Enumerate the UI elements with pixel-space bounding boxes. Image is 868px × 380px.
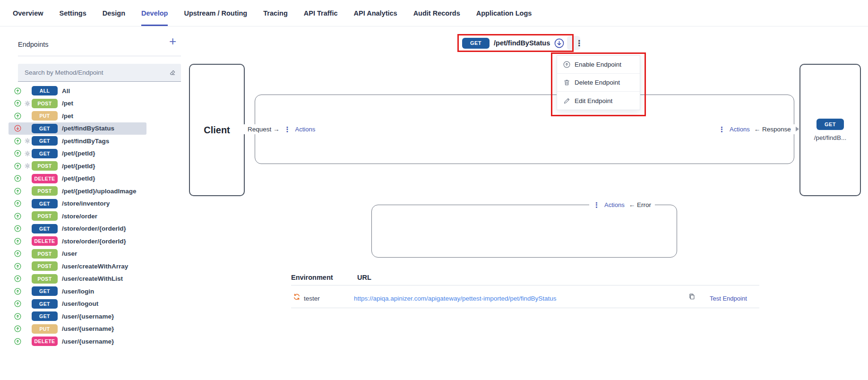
endpoint-row[interactable]: POST/user/createWithList	[9, 273, 146, 285]
test-endpoint-link[interactable]: Test Endpoint	[710, 295, 747, 302]
endpoint-row[interactable]: DELETE/pet/{petId}	[9, 173, 146, 185]
endpoint-path: /user/createWithList	[62, 275, 123, 282]
tab-develop[interactable]: Develop	[141, 0, 168, 26]
endpoint-enabled-icon[interactable]	[14, 200, 21, 207]
endpoint-enabled-icon[interactable]	[14, 300, 21, 307]
gear-icon[interactable]	[24, 138, 31, 144]
endpoint-disabled-icon[interactable]	[14, 125, 21, 132]
endpoint-enabled-icon[interactable]	[14, 112, 21, 120]
endpoint-search	[18, 64, 181, 82]
endpoint-row[interactable]: ALLAll	[9, 85, 146, 97]
error-actions-link[interactable]: Actions	[604, 201, 625, 208]
endpoint-search-input[interactable]	[18, 69, 169, 76]
endpoint-menu-kebab-icon[interactable]: ⋮	[575, 39, 583, 47]
endpoint-row[interactable]: POST/pet	[9, 97, 146, 110]
menu-item-edit-endpoint[interactable]: Edit Endpoint	[557, 92, 640, 110]
url-column-header: URL	[357, 274, 371, 281]
endpoint-url-link[interactable]: https://apiqa.apinizer.com/apigateway/pe…	[354, 295, 557, 302]
endpoint-enabled-icon[interactable]	[14, 87, 21, 95]
endpoint-path: /pet	[62, 100, 73, 107]
method-badge: POST	[32, 211, 58, 221]
endpoint-row[interactable]: POST/store/order	[9, 210, 146, 223]
add-endpoint-button[interactable]: +	[169, 35, 176, 47]
endpoint-row[interactable]: GET/user/{username}	[9, 310, 146, 323]
endpoint-path: /pet/findByTags	[62, 138, 109, 145]
error-pipeline-box	[371, 205, 677, 258]
endpoint-row[interactable]: GET/store/inventory	[9, 198, 146, 210]
error-actions-kebab-icon[interactable]: ⋮	[593, 201, 600, 208]
endpoint-enabled-icon[interactable]	[14, 238, 21, 245]
backend-node: GET /pet/findB...	[799, 64, 861, 196]
endpoint-row[interactable]: POST/pet/{petId}	[9, 160, 146, 173]
endpoint-enabled-icon[interactable]	[14, 150, 21, 157]
gear-icon[interactable]	[24, 163, 31, 169]
endpoint-row[interactable]: GET/store/order/{orderId}	[9, 223, 146, 235]
tab-audit-records[interactable]: Audit Records	[413, 0, 460, 26]
endpoint-enabled-icon[interactable]	[14, 288, 21, 295]
endpoint-path: /user/login	[62, 288, 94, 295]
gear-icon[interactable]	[24, 100, 31, 107]
endpoint-path: /pet/{petId}	[62, 175, 95, 182]
endpoint-enabled-icon[interactable]	[14, 313, 21, 320]
endpoint-enabled-icon[interactable]	[14, 163, 21, 170]
response-actions-link[interactable]: Actions	[730, 126, 750, 133]
endpoint-row[interactable]: GET/pet/{petId}	[9, 147, 146, 160]
method-badge: GET	[32, 286, 58, 296]
tab-application-logs[interactable]: Application Logs	[476, 0, 532, 26]
tab-upstream-routing[interactable]: Upstream / Routing	[184, 0, 247, 26]
tab-settings[interactable]: Settings	[60, 0, 86, 26]
endpoint-enabled-icon[interactable]	[14, 338, 21, 345]
tab-tracing[interactable]: Tracing	[263, 0, 288, 26]
gear-icon[interactable]	[24, 150, 31, 157]
copy-url-icon[interactable]	[688, 293, 696, 300]
endpoint-state-icons	[9, 225, 29, 232]
endpoint-row[interactable]: POST/user/createWithArray	[9, 260, 146, 273]
endpoint-enabled-icon[interactable]	[14, 188, 21, 195]
error-label: ← Error	[629, 201, 651, 208]
request-actions-link[interactable]: Actions	[295, 126, 316, 133]
endpoint-enabled-icon[interactable]	[14, 100, 21, 107]
clear-search-icon[interactable]	[169, 69, 176, 76]
tab-api-analytics[interactable]: API Analytics	[354, 0, 397, 26]
endpoint-row[interactable]: GET/pet/findByStatus	[9, 122, 146, 135]
request-label-group: Request → ⋮ Actions	[244, 124, 319, 134]
method-badge: DELETE	[32, 337, 58, 346]
endpoint-row[interactable]: POST/pet/{petId}/uploadImage	[9, 185, 146, 198]
menu-item-delete-endpoint[interactable]: Delete Endpoint	[557, 74, 640, 92]
menu-item-label: Edit Endpoint	[575, 97, 612, 104]
endpoint-row[interactable]: GET/pet/findByTags	[9, 135, 146, 147]
endpoint-row[interactable]: DELETE/store/order/{orderId}	[9, 235, 146, 248]
endpoint-enabled-icon[interactable]	[14, 213, 21, 220]
tab-api-traffic[interactable]: API Traffic	[304, 0, 338, 26]
endpoint-enabled-icon[interactable]	[14, 325, 21, 332]
response-actions-kebab-icon[interactable]: ⋮	[718, 126, 725, 133]
endpoint-context-menu: Enable EndpointDelete EndpointEdit Endpo…	[557, 55, 640, 110]
endpoint-state-icons	[9, 213, 29, 220]
method-badge: GET	[32, 311, 58, 321]
endpoint-path: All	[62, 87, 70, 95]
endpoint-enabled-icon[interactable]	[14, 263, 21, 270]
endpoint-enabled-icon[interactable]	[14, 175, 21, 182]
request-label: Request →	[248, 126, 280, 133]
endpoint-state-icons	[9, 263, 29, 270]
endpoint-state-icons	[9, 150, 29, 157]
endpoint-path: /user/{username}	[62, 313, 114, 320]
endpoint-enabled-icon[interactable]	[14, 138, 21, 145]
refresh-icon[interactable]	[293, 293, 301, 301]
disable-endpoint-icon[interactable]	[554, 38, 564, 48]
endpoint-enabled-icon[interactable]	[14, 275, 21, 282]
tab-design[interactable]: Design	[103, 0, 125, 26]
endpoint-row[interactable]: PUT/user/{username}	[9, 323, 146, 336]
request-actions-kebab-icon[interactable]: ⋮	[284, 126, 291, 133]
menu-item-enable-endpoint[interactable]: Enable Endpoint	[557, 56, 640, 74]
endpoint-row[interactable]: PUT/pet	[9, 110, 146, 122]
endpoint-enabled-icon[interactable]	[14, 250, 21, 257]
endpoint-state-icons	[9, 325, 29, 332]
endpoint-row[interactable]: POST/user	[9, 248, 146, 260]
endpoint-row[interactable]: GET/user/logout	[9, 298, 146, 311]
method-badge: GET	[32, 136, 58, 146]
tab-overview[interactable]: Overview	[13, 0, 43, 26]
endpoint-row[interactable]: DELETE/user/{username}	[9, 335, 146, 348]
endpoint-enabled-icon[interactable]	[14, 225, 21, 232]
endpoint-row[interactable]: GET/user/login	[9, 285, 146, 298]
